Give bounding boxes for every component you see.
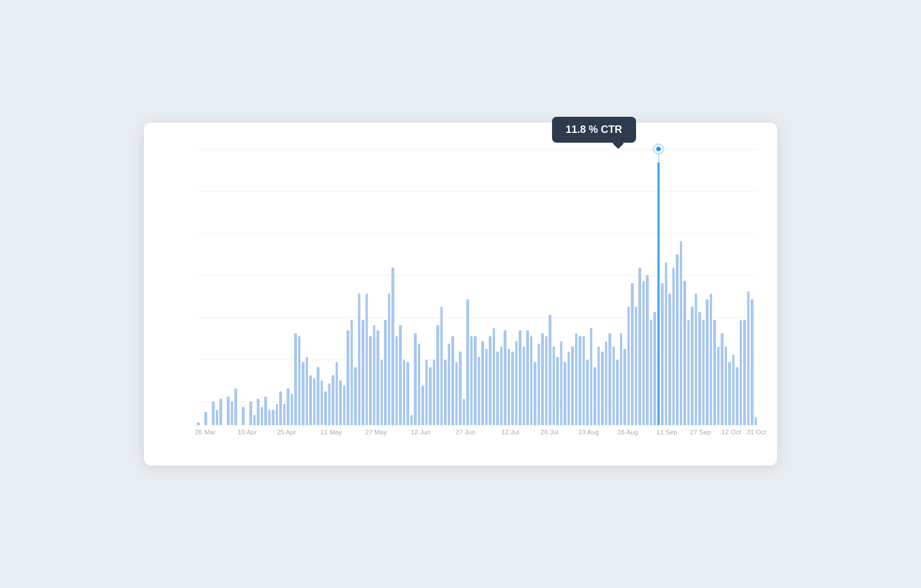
bar <box>197 422 200 425</box>
bar <box>406 362 409 425</box>
bar-wrap <box>433 149 436 425</box>
bar-wrap <box>414 149 417 425</box>
bar-wrap <box>579 149 581 425</box>
bar-wrap <box>208 149 211 425</box>
bar-wrap <box>612 149 615 425</box>
bar <box>620 333 623 425</box>
bar <box>261 407 264 425</box>
bar-wrap <box>691 149 694 425</box>
bar <box>579 336 581 425</box>
bar <box>351 320 353 425</box>
bar-wrap <box>261 149 264 425</box>
bar <box>508 349 511 425</box>
bar <box>695 293 698 425</box>
bar-wrap <box>242 149 245 425</box>
bar-wrap <box>556 149 559 425</box>
bar-wrap <box>683 149 686 425</box>
bar <box>369 336 372 425</box>
bar-wrap <box>687 149 690 425</box>
bar-wrap <box>395 149 398 425</box>
bar-wrap <box>448 149 451 425</box>
bar-wrap <box>264 149 267 425</box>
bar <box>743 320 746 425</box>
bar-wrap <box>751 149 753 425</box>
bar-wrap <box>601 149 604 425</box>
tooltip-dot <box>654 145 663 153</box>
bar <box>264 396 267 425</box>
bar <box>500 346 503 425</box>
bar-wrap <box>268 149 271 425</box>
x-label: 26 Aug <box>618 429 638 436</box>
bar <box>336 362 338 425</box>
bar-wrap <box>380 149 383 425</box>
bar-wrap <box>351 149 353 425</box>
bar <box>721 333 724 425</box>
bar <box>496 352 499 425</box>
bar <box>358 293 361 425</box>
bar <box>515 341 518 425</box>
bar-wrap <box>328 149 331 425</box>
bar <box>706 299 709 425</box>
x-label: 26 Jul <box>541 429 558 436</box>
bar <box>710 293 713 425</box>
bar <box>698 312 701 425</box>
bar-wrap <box>361 149 364 425</box>
bar <box>455 362 458 425</box>
bar-wrap <box>223 149 226 425</box>
bar <box>440 307 443 425</box>
bar-wrap <box>698 149 701 425</box>
x-label: 11 Sep <box>656 429 677 436</box>
chart-inner: 11.8 % CTR <box>197 149 756 425</box>
bar-wrap <box>575 149 578 425</box>
bar <box>321 380 324 425</box>
chart-header <box>165 139 756 143</box>
bar-wrap <box>623 149 626 425</box>
bar <box>728 362 731 425</box>
bar-wrap <box>309 149 312 425</box>
bar-wrap <box>451 149 454 425</box>
bar-wrap <box>347 149 349 425</box>
bar-wrap <box>593 149 596 425</box>
bar <box>691 307 694 425</box>
bar <box>227 396 230 425</box>
bar-wrap <box>646 149 649 425</box>
bar <box>478 357 481 425</box>
bar <box>347 330 349 425</box>
bar <box>361 320 364 425</box>
bar-wrap <box>384 149 387 425</box>
bars-container: 11.8 % CTR <box>197 149 756 425</box>
bar <box>530 336 533 425</box>
bar <box>451 336 454 425</box>
bar <box>324 391 327 425</box>
bar <box>676 254 679 425</box>
bar-wrap <box>246 149 249 425</box>
bar-wrap <box>504 149 507 425</box>
bar-wrap <box>493 149 496 425</box>
bar <box>519 330 522 425</box>
bar <box>631 283 634 425</box>
bar <box>646 275 649 425</box>
bar-wrap <box>324 149 327 425</box>
bar-wrap <box>747 149 750 425</box>
bar-wrap <box>485 149 488 425</box>
bar-wrap <box>755 149 758 425</box>
bar-wrap <box>725 149 728 425</box>
bar <box>485 349 488 425</box>
x-label: 10 Apr <box>238 429 257 436</box>
bar-wrap <box>399 149 402 425</box>
bar <box>328 383 331 425</box>
bar <box>216 410 219 425</box>
bar-wrap <box>564 149 566 425</box>
bar <box>713 320 716 425</box>
bar-wrap <box>590 149 593 425</box>
bar-wrap <box>238 149 241 425</box>
bar <box>717 346 720 425</box>
bar <box>680 241 683 425</box>
x-label: 12 Oct <box>721 429 741 436</box>
bar <box>433 360 436 425</box>
bar <box>553 346 555 425</box>
bar-wrap <box>549 149 551 425</box>
bar <box>541 333 544 425</box>
bar-wrap <box>728 149 731 425</box>
bar-wrap <box>583 149 585 425</box>
